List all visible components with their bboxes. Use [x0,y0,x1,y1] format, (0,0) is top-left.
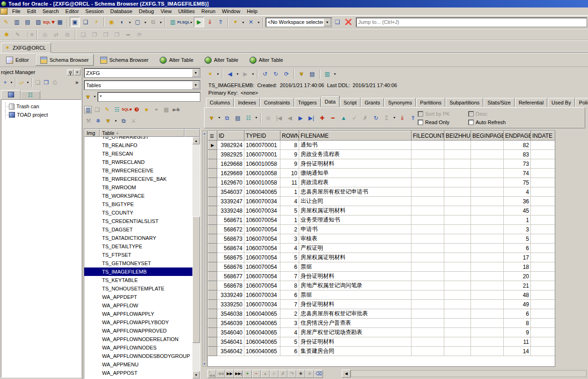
menu-item[interactable]: Database [107,8,135,15]
grid-cell-beizhhu[interactable] [444,244,471,253]
grid-cell-filecount[interactable] [412,309,444,319]
grid-cell-indate[interactable] [531,225,555,234]
grid-cell-beizhhu[interactable] [444,234,471,244]
grid-scroll-up-icon[interactable]: ▲ [203,131,206,135]
export-dataset-dropdown[interactable] [254,114,258,122]
grid-cell-endpage[interactable]: 36 [504,197,531,206]
grid-cell-endpage[interactable]: 5 [504,234,531,244]
grid-cell-beizhhu[interactable] [444,347,471,356]
grid-cell-id[interactable]: 568676 [217,262,244,272]
grid-cell-indate[interactable] [531,290,555,300]
add-dropdown[interactable] [9,78,14,87]
grid-data-row[interactable]: 568677 1060070054 7 身份证明材料 20 [208,272,555,281]
sum-button[interactable] [382,113,392,123]
nav-refresh-button[interactable] [287,370,296,378]
window-tab[interactable]: Schema Browser [96,54,154,66]
grid-column-header[interactable]: ENDPAGE [504,131,531,141]
grid-filter-button[interactable] [206,113,217,123]
row-selector-cell[interactable] [208,141,217,150]
grid-cell-id[interactable]: 568672 [217,225,244,234]
grid-cell-indate[interactable] [531,337,555,347]
row-selector-cell[interactable] [208,281,217,290]
tree-view-button[interactable] [24,30,34,40]
grid-column-header[interactable]: BEIZHHU [444,131,471,141]
grid-cell-beginpage[interactable] [471,328,504,337]
row-counts-icon[interactable] [132,105,141,114]
grid-cell-id[interactable]: 1629670 [217,178,244,187]
post-edit-button[interactable] [349,113,360,123]
grid-cell-rowno[interactable]: 6 [280,290,299,300]
grid-cell-endpage[interactable]: 45 [504,206,531,216]
grid-cell-beginpage[interactable] [471,244,504,253]
grid-cell-beginpage[interactable] [471,169,504,178]
grid-cell-id[interactable]: 3982924 [217,141,244,150]
workspace-combobox[interactable]: <No Workspace selected> ▼ [265,17,332,27]
menu-item[interactable]: Search [39,8,62,15]
jump-to-input[interactable] [356,17,587,27]
previous-object-button[interactable] [225,69,235,79]
object-type-dropdown-button[interactable]: ▼ [192,81,199,89]
mdi-document-icon[interactable] [0,8,7,15]
grid-cell-beizhhu[interactable] [444,272,471,281]
edit-disabled-button[interactable] [263,113,273,123]
edit-config-button[interactable] [13,30,23,40]
disconnect-dropdown[interactable] [257,18,261,26]
grid-cell-typeid[interactable]: 1060070001 [244,150,280,159]
grid-data-row[interactable]: 3546042 1060040065 6 集资建房合同 14 [208,347,555,356]
project-tree-item[interactable]: TOAD project [4,111,80,119]
grid-cell-rowno[interactable]: 5 [280,337,299,347]
nav-last-button[interactable] [234,370,243,378]
grid-cell-filecount[interactable] [412,290,444,300]
grid-data-row[interactable]: 568673 1060070054 3 审核表 5 [208,234,555,244]
grid-cell-filename[interactable]: 票据 [299,262,412,272]
filter-dropdown[interactable] [93,93,97,101]
next-object-button[interactable] [240,69,250,79]
grid-cell-filename[interactable]: 房政流程表 [299,178,412,187]
grid-data-row[interactable]: 3339248 1060070034 5 房屋权属证明材料 45 [208,206,555,216]
tab-database-view[interactable] [21,91,40,99]
nav-first-button[interactable] [207,370,216,378]
schema-browser-toggle-button[interactable] [70,17,80,27]
grid-cell-filename[interactable]: 通知书 [299,141,412,150]
import-data-button[interactable] [397,113,407,123]
menu-item[interactable]: Edit [24,8,39,15]
grid-cell-indate[interactable] [531,328,555,337]
table-list-item[interactable]: TS_DAGSET [84,225,192,234]
export-dataset-button[interactable] [243,113,254,123]
grid-cell-filecount[interactable] [412,300,444,309]
grid-cell-filename[interactable]: 身份证明材料 [299,159,412,169]
object-type-combobox[interactable]: Tables ▼ [84,80,200,90]
grid-cell-rowno[interactable]: 10 [280,169,299,178]
new-window-dropdown[interactable] [143,18,147,26]
connect-button[interactable] [230,17,241,27]
grid-data-row[interactable]: 568674 1060070054 4 产权证明 6 [208,244,555,253]
table-list-item[interactable]: WA_APPMENU [84,360,192,369]
grid-data-row[interactable]: 3339249 1060070034 6 票据 48 [208,290,555,300]
row-selector-cell[interactable] [208,319,217,328]
grid-cell-rowno[interactable]: 2 [280,225,299,234]
grid-cell-filecount[interactable] [412,178,444,187]
table-list-item[interactable]: TB_REALINFO [84,141,192,149]
grid-cell-typeid[interactable]: 1060040065 [244,347,280,356]
row-selector-cell[interactable] [208,169,217,178]
row-selector-cell[interactable] [208,216,217,225]
new-session-button[interactable] [117,17,127,27]
grid-data-row[interactable]: 3982924 1060070001 8 通知书 82 [208,141,555,150]
detail-tab[interactable]: Stats/Size [484,98,514,107]
menu-item[interactable]: Session [82,8,107,15]
grid-cell-filecount[interactable] [412,253,444,262]
grid-cell-typeid[interactable]: 1060070054 [244,234,280,244]
grid-column-header[interactable]: INDATE [531,131,555,141]
grid-cell-typeid[interactable]: 1060040065 [244,309,280,319]
grid-cell-id[interactable]: 1629668 [217,159,244,169]
grid-cell-indate[interactable] [531,347,555,356]
grid-cell-beginpage[interactable] [471,272,504,281]
detail-tab[interactable]: Triggers [294,98,321,107]
grid-cell-beizhhu[interactable] [444,300,471,309]
row-selector-cell[interactable] [208,187,217,197]
grid-cell-typeid[interactable]: 1060010058 [244,178,280,187]
grid-data-row[interactable]: 1629668 1060010058 9 身份证明材料 73 [208,159,555,169]
nav-delete-button[interactable] [252,370,261,378]
grid-cell-id[interactable]: 3982925 [217,150,244,159]
sql-monitor-button[interactable]: SQL [44,17,54,27]
